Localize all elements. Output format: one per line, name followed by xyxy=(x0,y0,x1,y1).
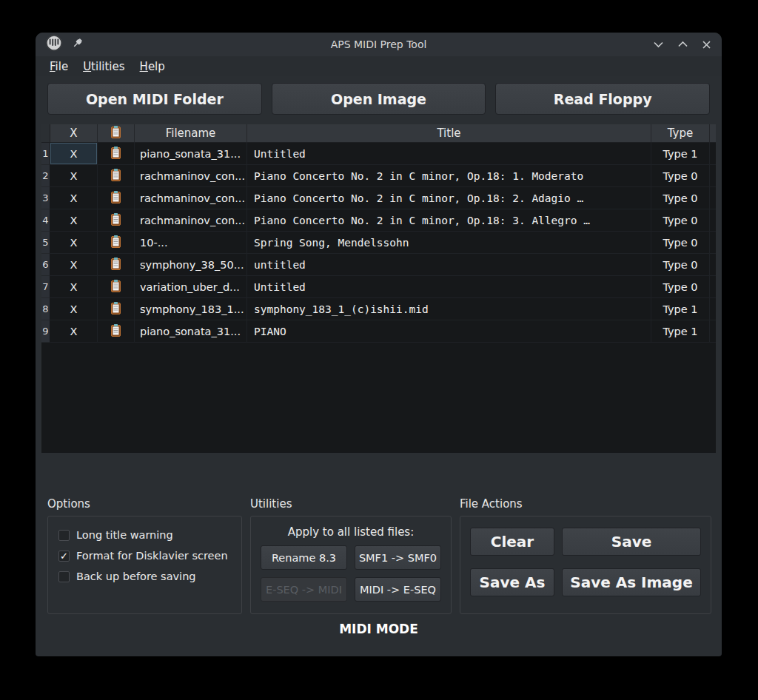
midi-to-eseq-button[interactable]: MIDI -> E-SEQ xyxy=(355,577,441,602)
checkbox-long-title-warning[interactable]: Long title warning xyxy=(58,529,231,541)
header-remove[interactable]: X xyxy=(50,124,98,143)
save-as-button[interactable]: Save As xyxy=(470,568,554,596)
row-filler xyxy=(710,320,716,343)
read-floppy-button[interactable]: Read Floppy xyxy=(495,83,710,115)
row-filename[interactable]: 10-... xyxy=(135,232,247,254)
row-type[interactable]: Type 1 xyxy=(651,298,710,320)
row-clipboard-cell[interactable] xyxy=(98,276,135,298)
open-image-button[interactable]: Open Image xyxy=(272,83,486,115)
header-title[interactable]: Title xyxy=(247,124,651,143)
table-corner-cell xyxy=(41,124,50,143)
menu-help[interactable]: Help xyxy=(133,58,172,75)
row-clipboard-cell[interactable] xyxy=(98,320,135,343)
file-table: X Filename Title Type 1 X xyxy=(41,124,716,453)
row-title[interactable]: untitled xyxy=(247,254,651,276)
open-midi-folder-button[interactable]: Open MIDI Folder xyxy=(47,83,262,115)
row-filler xyxy=(710,232,716,254)
row-filename[interactable]: rachmaninov_con... xyxy=(135,187,247,209)
row-remove-cell[interactable]: X xyxy=(50,232,98,254)
header-clipboard[interactable] xyxy=(98,124,135,143)
menu-file[interactable]: File xyxy=(43,58,75,75)
eseq-to-midi-button[interactable]: E-SEQ -> MIDI xyxy=(261,577,347,602)
row-type[interactable]: Type 0 xyxy=(651,276,710,298)
row-filename[interactable]: symphony_183_1... xyxy=(135,298,247,320)
row-filename[interactable]: piano_sonata_31... xyxy=(135,320,247,343)
row-clipboard-cell[interactable] xyxy=(98,254,135,276)
row-filler xyxy=(710,254,716,276)
row-type[interactable]: Type 1 xyxy=(651,320,710,343)
row-number[interactable]: 6 xyxy=(41,254,50,276)
row-title[interactable]: PIANO xyxy=(247,320,651,343)
row-clipboard-cell[interactable] xyxy=(98,165,135,187)
row-title[interactable]: Untitled xyxy=(247,143,651,165)
minimize-button[interactable] xyxy=(653,40,664,49)
header-filename[interactable]: Filename xyxy=(135,124,247,143)
checkbox-format-disklavier[interactable]: ✓ Format for Disklavier screen xyxy=(58,550,231,562)
row-remove-cell[interactable]: X xyxy=(50,298,98,320)
row-clipboard-cell[interactable] xyxy=(98,187,135,209)
close-button[interactable] xyxy=(702,40,711,50)
row-number[interactable]: 4 xyxy=(41,209,50,232)
header-type[interactable]: Type xyxy=(651,124,710,143)
row-type[interactable]: Type 0 xyxy=(651,187,710,209)
row-filename[interactable]: piano_sonata_31... xyxy=(135,143,247,165)
checkbox-box[interactable] xyxy=(58,571,70,582)
row-title[interactable]: Piano Concerto No. 2 in C minor, Op.18: … xyxy=(247,209,651,232)
row-number[interactable]: 9 xyxy=(41,320,50,343)
file-actions-group: File Actions Clear Save Save As Save As … xyxy=(460,497,711,614)
row-number[interactable]: 7 xyxy=(41,276,50,298)
row-filler xyxy=(710,209,716,232)
row-remove-cell[interactable]: X xyxy=(50,254,98,276)
row-title[interactable]: Spring Song, Mendelssohn xyxy=(247,232,651,254)
row-type[interactable]: Type 0 xyxy=(651,209,710,232)
row-remove-cell[interactable]: X xyxy=(50,209,98,232)
row-clipboard-cell[interactable] xyxy=(98,298,135,320)
row-clipboard-cell[interactable] xyxy=(98,143,135,165)
row-number[interactable]: 3 xyxy=(41,187,50,209)
row-title[interactable]: Untitled xyxy=(247,276,651,298)
row-filler xyxy=(710,143,716,165)
table-row: 8 X symphony_183_1... symphony_183_1_(c)… xyxy=(41,298,716,320)
row-type[interactable]: Type 1 xyxy=(651,143,710,165)
row-clipboard-cell[interactable] xyxy=(98,209,135,232)
smf1-to-smf0-button[interactable]: SMF1 -> SMF0 xyxy=(355,545,441,570)
row-remove-cell[interactable]: X xyxy=(50,320,98,343)
save-as-image-button[interactable]: Save As Image xyxy=(562,568,701,596)
menu-utilities[interactable]: Utilities xyxy=(76,58,131,75)
row-filename[interactable]: rachmaninov_con... xyxy=(135,165,247,187)
table-body: 1 X piano_sonata_31... Untitled Type 1 2 xyxy=(41,143,716,343)
row-type[interactable]: Type 0 xyxy=(651,232,710,254)
row-number[interactable]: 8 xyxy=(41,298,50,320)
maximize-button[interactable] xyxy=(677,40,688,49)
options-group: Options Long title warning ✓ Format for … xyxy=(47,497,242,614)
row-number[interactable]: 5 xyxy=(41,232,50,254)
row-filename[interactable]: rachmaninov_con... xyxy=(135,209,247,232)
clipboard-icon xyxy=(111,169,121,184)
toolbar: Open MIDI Folder Open Image Read Floppy xyxy=(47,83,710,115)
checkbox-box[interactable] xyxy=(58,530,70,541)
row-type[interactable]: Type 0 xyxy=(651,254,710,276)
table-row: 4 X rachmaninov_con... Piano Concerto No… xyxy=(41,209,716,232)
row-title[interactable]: Piano Concerto No. 2 in C minor, Op.18: … xyxy=(247,165,651,187)
row-clipboard-cell[interactable] xyxy=(98,232,135,254)
row-remove-cell[interactable]: X xyxy=(50,187,98,209)
row-filename[interactable]: symphony_38_50... xyxy=(135,254,247,276)
clear-button[interactable]: Clear xyxy=(470,528,554,556)
rename-83-button[interactable]: Rename 8.3 xyxy=(261,545,347,570)
row-title[interactable]: Piano Concerto No. 2 in C minor, Op.18: … xyxy=(247,187,651,209)
row-remove-cell[interactable]: X xyxy=(50,143,98,165)
row-title[interactable]: symphony_183_1_(c)ishii.mid xyxy=(247,298,651,320)
row-number[interactable]: 2 xyxy=(41,165,50,187)
row-type[interactable]: Type 0 xyxy=(651,165,710,187)
row-remove-cell[interactable]: X xyxy=(50,276,98,298)
row-number[interactable]: 1 xyxy=(41,143,50,165)
row-filler xyxy=(710,298,716,320)
clipboard-icon xyxy=(111,235,121,250)
clipboard-icon xyxy=(111,302,121,317)
row-remove-cell[interactable]: X xyxy=(50,165,98,187)
row-filename[interactable]: variation_uber_d... xyxy=(135,276,247,298)
checkbox-backup-before-saving[interactable]: Back up before saving xyxy=(58,571,231,582)
checkbox-box[interactable]: ✓ xyxy=(58,551,70,562)
clipboard-icon xyxy=(111,126,121,141)
save-button[interactable]: Save xyxy=(562,528,701,556)
